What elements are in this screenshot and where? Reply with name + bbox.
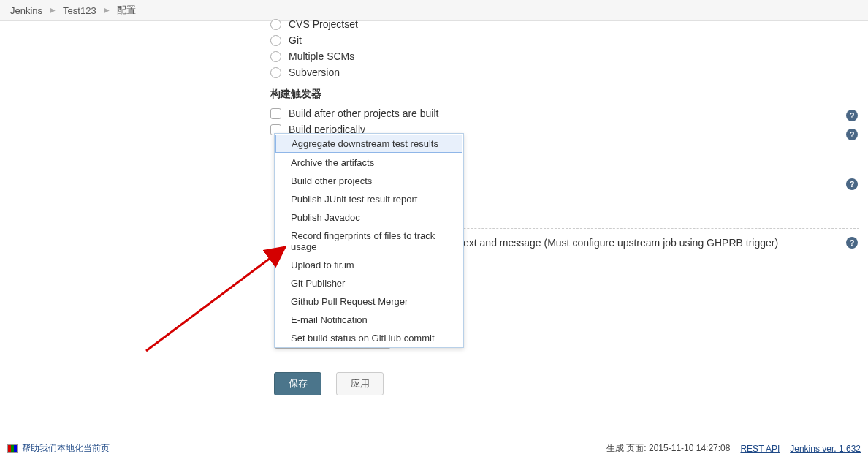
radio-icon <box>270 35 281 46</box>
scm-option-cvs-projectset[interactable]: CVS Projectset <box>270 16 862 32</box>
jenkins-version-link[interactable]: Jenkins ver. 1.632 <box>790 444 861 454</box>
checkbox-icon <box>270 108 281 119</box>
config-form: CVS Projectset Git Multiple SCMs Subvers… <box>270 16 862 137</box>
scm-label: Multiple SCMs <box>289 50 354 62</box>
scm-label: Subversion <box>289 67 340 78</box>
radio-icon <box>270 67 281 78</box>
generated-time: 2015-11-10 14:27:08 <box>649 443 730 453</box>
partial-option-text: ext and message (Must configure upstream… <box>463 237 778 249</box>
help-localize-link[interactable]: 帮助我们本地化当前页 <box>22 442 110 455</box>
scm-option-subversion[interactable]: Subversion <box>270 64 862 80</box>
help-icon[interactable]: ? <box>846 237 858 249</box>
dropdown-item-email[interactable]: E-mail Notification <box>275 311 463 329</box>
post-build-dropdown: Aggregate downstream test results Archiv… <box>274 133 464 348</box>
footer: 帮助我们本地化当前页 生成 页面: 2015-11-10 14:27:08 RE… <box>0 439 868 458</box>
dropdown-item-junit[interactable]: Publish JUnit test result report <box>275 190 463 208</box>
chevron-right-icon: ▶ <box>104 6 110 14</box>
save-button[interactable]: 保存 <box>274 372 321 395</box>
chevron-right-icon: ▶ <box>50 6 56 14</box>
radio-icon <box>270 51 281 62</box>
generated-prefix: 生成 页面: <box>606 443 647 453</box>
dropdown-item-fingerprints[interactable]: Record fingerprints of files to track us… <box>275 227 463 256</box>
apply-button[interactable]: 应用 <box>336 372 384 395</box>
trigger-build-after[interactable]: Build after other projects are built <box>270 105 862 121</box>
dropdown-item-archive[interactable]: Archive the artifacts <box>275 154 463 172</box>
flag-icon <box>7 444 18 453</box>
scm-label: Git <box>289 34 302 46</box>
rest-api-link[interactable]: REST API <box>740 444 780 454</box>
breadcrumb-root[interactable]: Jenkins <box>10 5 42 16</box>
breadcrumb-page[interactable]: 配置 <box>117 4 136 17</box>
breadcrumb-project[interactable]: Test123 <box>63 5 96 16</box>
dropdown-item-build-other[interactable]: Build other projects <box>275 172 463 190</box>
scm-option-git[interactable]: Git <box>270 32 862 48</box>
dropdown-item-javadoc[interactable]: Publish Javadoc <box>275 208 463 227</box>
help-icon[interactable]: ? <box>846 178 858 190</box>
scm-label: CVS Projectset <box>289 18 358 30</box>
scm-option-multiple-scms[interactable]: Multiple SCMs <box>270 48 862 64</box>
dropdown-item-aggregate[interactable]: Aggregate downstream test results <box>275 135 462 153</box>
svg-line-0 <box>146 247 285 351</box>
dropdown-item-ghpr-merger[interactable]: Github Pull Request Merger <box>275 292 463 311</box>
generated-label: 生成 页面: 2015-11-10 14:27:08 <box>606 442 730 455</box>
radio-icon <box>270 19 281 30</box>
help-icon[interactable]: ? <box>846 129 858 140</box>
dropdown-item-git-publisher[interactable]: Git Publisher <box>275 274 463 292</box>
dropdown-item-upload-fir[interactable]: Upload to fir.im <box>275 256 463 274</box>
dropdown-item-set-status[interactable]: Set build status on GitHub commit <box>275 329 463 347</box>
help-icon[interactable]: ? <box>846 110 858 121</box>
trigger-label: Build after other projects are built <box>289 107 438 119</box>
section-build-triggers: 构建触发器 <box>270 88 862 101</box>
